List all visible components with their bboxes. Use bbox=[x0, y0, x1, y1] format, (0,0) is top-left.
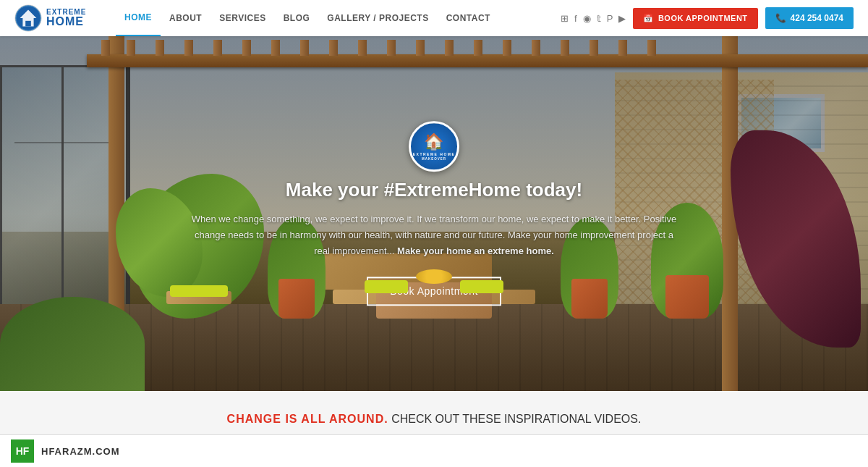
pinterest-icon[interactable]: P bbox=[607, 13, 613, 24]
pergola-slat-10 bbox=[358, 40, 367, 56]
social-share-icon[interactable]: ⊞ bbox=[561, 13, 569, 24]
pergola-slat-12 bbox=[416, 40, 425, 56]
pergola-slat-6 bbox=[242, 40, 251, 56]
hf-badge: HF bbox=[11, 439, 34, 449]
facebook-icon[interactable]: f bbox=[574, 13, 577, 24]
youtube-icon[interactable]: ▶ bbox=[618, 13, 626, 24]
twitter-icon[interactable]: 𝕥 bbox=[597, 13, 601, 24]
lower-text: CHANGE IS ALL AROUND. CHECK OUT THESE IN… bbox=[0, 413, 868, 426]
hero-subtitle-bold: Make your home an extreme home. bbox=[397, 246, 554, 257]
hero-badge-top-text: EXTREME HOME bbox=[413, 152, 456, 156]
nav-links: HOME ABOUT SERVICES BLOG GALLERY / PROJE… bbox=[116, 0, 553, 36]
bench-cushion-2 bbox=[460, 280, 503, 293]
hero-title: Make your #ExtremeHome today! bbox=[188, 179, 680, 201]
pergola-slat-15 bbox=[503, 40, 511, 56]
bottom-bar: HF HFARAZM.COM bbox=[0, 434, 868, 449]
lower-normal-text: CHECK OUT THESE INSPIRATIONAL VIDEOS. bbox=[391, 413, 641, 425]
pergola-slat-11 bbox=[387, 40, 396, 56]
pergola-slat-20 bbox=[647, 40, 656, 56]
hero-subtitle: When we change something, we expect to i… bbox=[188, 211, 680, 259]
pergola-slat-2 bbox=[127, 40, 135, 56]
pergola-main-beam bbox=[87, 54, 868, 67]
social-icons: ⊞ f ◉ 𝕥 P ▶ bbox=[561, 13, 626, 24]
lower-red-text: CHANGE IS ALL AROUND. bbox=[227, 413, 388, 425]
pergola-slat-18 bbox=[590, 40, 598, 56]
pergola-slat-17 bbox=[561, 40, 569, 56]
bottom-left-plant bbox=[0, 297, 145, 391]
pergola-slat-16 bbox=[532, 40, 540, 56]
hero-badge-bottom-text: MAKEOVER bbox=[422, 157, 446, 161]
hero-section: 🏠 EXTREME HOME MAKEOVER Make your #Extre… bbox=[0, 36, 868, 391]
pergola-slat-1 bbox=[101, 40, 110, 56]
pergola-slat-3 bbox=[156, 40, 164, 56]
nav-contact[interactable]: CONTACT bbox=[438, 0, 499, 36]
hero-badge: 🏠 EXTREME HOME MAKEOVER bbox=[409, 121, 459, 172]
logo-icon bbox=[14, 4, 42, 32]
left-chair-cushion bbox=[170, 285, 228, 297]
pergola-slat-9 bbox=[329, 40, 338, 56]
pergola-slat-14 bbox=[474, 40, 482, 56]
nav-blog[interactable]: BLOG bbox=[275, 0, 319, 36]
pergola-slat-5 bbox=[213, 40, 222, 56]
pergola-slat-13 bbox=[445, 40, 454, 56]
nav-gallery[interactable]: GALLERY / PROJECTS bbox=[318, 0, 437, 36]
pergola-top bbox=[0, 36, 868, 94]
hero-badge-house-icon: 🏠 bbox=[424, 132, 444, 151]
hf-domain: HFARAZM.COM bbox=[41, 446, 120, 450]
svg-rect-2 bbox=[25, 21, 31, 27]
pergola-slat-7 bbox=[271, 40, 280, 56]
nav-about[interactable]: ABOUT bbox=[161, 0, 210, 36]
logo-home: HOME bbox=[46, 16, 86, 28]
bench-cushion-1 bbox=[365, 280, 408, 293]
nav-services[interactable]: SERVICES bbox=[210, 0, 274, 36]
pergola-slat-8 bbox=[300, 40, 309, 56]
pergola-slat-4 bbox=[184, 40, 193, 56]
table-citrus bbox=[416, 269, 452, 284]
navbar: EXTREME HOME HOME ABOUT SERVICES BLOG GA… bbox=[0, 0, 868, 36]
nav-home[interactable]: HOME bbox=[116, 0, 161, 36]
nav-book-appointment-button[interactable]: 📅 BOOK APPOINTMENT bbox=[633, 8, 757, 29]
logo[interactable]: EXTREME HOME bbox=[14, 4, 94, 32]
pergola-slat-19 bbox=[618, 40, 627, 56]
instagram-icon[interactable]: ◉ bbox=[583, 13, 591, 24]
calendar-icon: 📅 bbox=[643, 14, 654, 23]
phone-icon: 📞 bbox=[775, 13, 786, 23]
phone-button[interactable]: 📞 424 254 0474 bbox=[765, 7, 854, 29]
